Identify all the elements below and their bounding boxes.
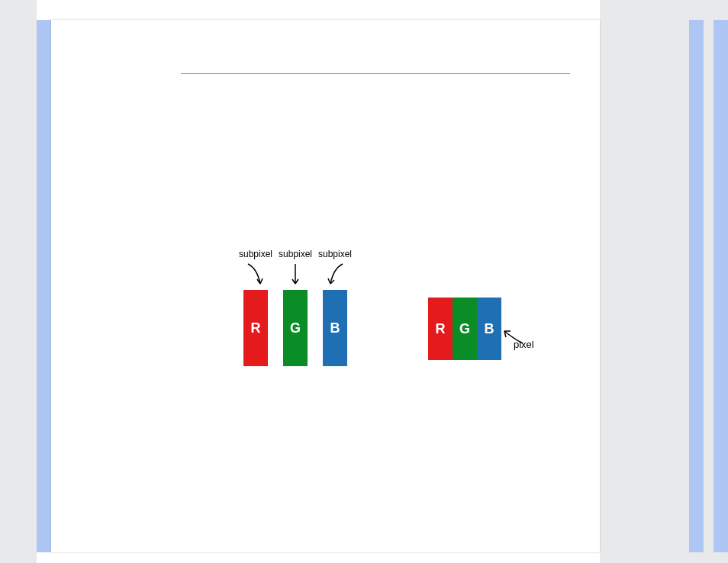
pixel-sub-b: B xyxy=(477,298,501,360)
subpixel-label-b: subpixel xyxy=(317,249,353,259)
subpixel-label-g: subpixel xyxy=(277,249,314,259)
left-margin-strip xyxy=(37,20,51,552)
pixel-label: pixel xyxy=(514,339,534,350)
scrollbar-strip[interactable] xyxy=(714,20,728,552)
document-page: subpixel subpixel subpixel R G B R xyxy=(51,20,600,552)
pixel-block: R G B xyxy=(428,298,501,360)
arrow-down-icon xyxy=(243,259,268,290)
left-panel xyxy=(0,0,37,563)
pixel-sub-r: R xyxy=(428,298,453,360)
subpixel-label-r: subpixel xyxy=(237,249,274,259)
arrow-down-icon xyxy=(283,259,308,290)
subpixel-bar-b: B xyxy=(323,290,347,366)
right-panel xyxy=(600,0,728,563)
arrow-down-icon xyxy=(323,259,347,290)
app-window: subpixel subpixel subpixel R G B R xyxy=(0,0,728,563)
pixel-sub-g: G xyxy=(453,298,477,360)
subpixel-bar-r: R xyxy=(243,290,268,366)
horizontal-rule xyxy=(181,73,570,74)
right-margin-strip xyxy=(689,20,704,552)
subpixel-bar-g: G xyxy=(283,290,308,366)
rgb-diagram: subpixel subpixel subpixel R G B R xyxy=(234,249,585,401)
